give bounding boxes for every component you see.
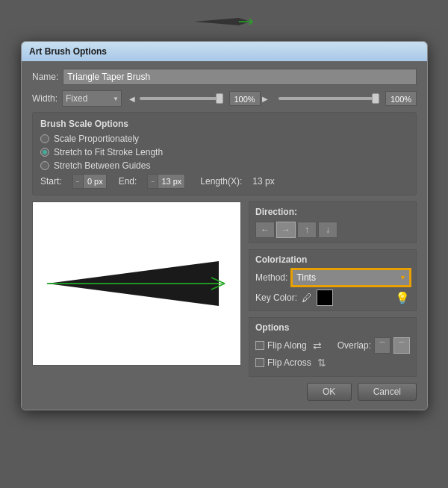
btn-row: OK Cancel	[32, 383, 417, 401]
flip-along-icon: ⇄	[313, 340, 322, 351]
slider-fill-left	[140, 97, 223, 100]
flip-along-checkbox[interactable]	[255, 341, 264, 350]
method-select-wrapper: Tints	[292, 269, 410, 286]
end-spinbox: − 13 px	[147, 174, 185, 189]
overlap-btn-1[interactable]: ⌒	[374, 337, 391, 354]
flip-across-checkbox[interactable]	[255, 358, 264, 367]
options-label: Options	[255, 322, 410, 333]
eyedropper-icon[interactable]: 🖊	[302, 292, 312, 304]
overlap-group: Overlap: ⌒ ⌒	[337, 337, 410, 354]
start-label: Start:	[40, 176, 62, 187]
dialog: Art Brush Options Name: Width: Fixed ◀	[21, 41, 428, 410]
width-row: Width: Fixed ◀ 100% ▶	[32, 90, 417, 107]
dialog-title: Art Brush Options	[29, 46, 107, 57]
brush-preview-svg	[40, 224, 234, 343]
length-value: 13 px	[252, 176, 274, 187]
length-label: Length(X):	[200, 176, 242, 187]
start-value: 0 px	[84, 177, 106, 186]
brush-top-preview	[194, 15, 254, 28]
dialog-body: Name: Width: Fixed ◀ 10	[22, 61, 427, 410]
right-panel: Direction: ← → ↑ ↓ Colorization Method:	[249, 201, 417, 377]
colorization-section: Colorization Method: Tints Key Color:	[249, 249, 417, 311]
info-icon[interactable]: 💡	[395, 291, 410, 305]
width-select-wrapper: Fixed	[62, 90, 122, 107]
radio-scale-proportionately[interactable]	[40, 134, 49, 143]
options-section: Options Flip Along ⇄ Overlap: ⌒ ⌒	[249, 317, 417, 377]
radio-row-1: Scale Proportionately	[40, 134, 408, 144]
dir-btn-down[interactable]: ↓	[318, 222, 337, 238]
radio-stretch-fit[interactable]	[40, 148, 49, 157]
preview-box	[32, 201, 241, 366]
name-input[interactable]	[63, 69, 417, 85]
brush-scale-title: Brush Scale Options	[40, 119, 408, 129]
end-label: End:	[119, 176, 137, 187]
slider-left-arrow[interactable]: ◀	[128, 95, 137, 103]
radio-stretch-guides[interactable]	[40, 161, 49, 170]
radio-label-3: Stretch Between Guides	[54, 160, 150, 171]
options-row-2: Flip Across ⇅	[255, 357, 410, 369]
method-label: Method:	[255, 272, 287, 283]
keycolor-row: Key Color: 🖊 💡	[255, 290, 410, 306]
cancel-button[interactable]: Cancel	[358, 383, 417, 401]
end-value: 13 px	[158, 177, 184, 186]
flip-across-group: Flip Across ⇅	[255, 357, 326, 369]
slider-fill-right	[279, 97, 380, 100]
main-area: Direction: ← → ↑ ↓ Colorization Method:	[32, 201, 417, 377]
width-label: Width:	[32, 93, 57, 104]
radio-label-1: Scale Proportionately	[54, 134, 139, 144]
overlap-btn-2[interactable]: ⌒	[393, 337, 410, 354]
name-label: Name:	[32, 72, 58, 82]
width-slider-right: 100%	[276, 91, 417, 106]
direction-buttons: ← → ↑ ↓	[255, 222, 410, 238]
start-end-row: Start: − 0 px End: − 13 px Length(X): 13…	[40, 174, 408, 189]
flip-across-label: Flip Across	[267, 357, 311, 368]
radio-label-2: Stretch to Fit Stroke Length	[54, 147, 163, 157]
start-spinbox: − 0 px	[72, 174, 107, 189]
start-decrement[interactable]: −	[73, 175, 84, 188]
width-select[interactable]: Fixed	[62, 90, 122, 107]
dialog-titlebar: Art Brush Options	[22, 42, 427, 61]
slider-thumb-left[interactable]	[216, 93, 223, 104]
method-row: Method: Tints	[255, 269, 410, 286]
dir-btn-up[interactable]: ↑	[297, 222, 317, 238]
slider-track-right	[279, 97, 380, 100]
slider-right-arrow[interactable]: ▶	[261, 95, 270, 103]
width-pct-right: 100%	[385, 91, 417, 106]
name-row: Name:	[32, 69, 417, 85]
dir-btn-left[interactable]: ←	[255, 222, 275, 238]
slider-track-left	[140, 97, 223, 100]
radio-row-2: Stretch to Fit Stroke Length	[40, 147, 408, 157]
dir-btn-right[interactable]: →	[276, 222, 296, 238]
method-select[interactable]: Tints	[292, 269, 410, 286]
width-pct-left: 100%	[229, 91, 261, 106]
brush-scale-section: Brush Scale Options Scale Proportionatel…	[32, 112, 417, 195]
slider-thumb-right[interactable]	[372, 93, 379, 104]
colorization-label: Colorization	[255, 254, 410, 265]
flip-along-label: Flip Along	[267, 340, 307, 351]
flip-along-group: Flip Along ⇄	[255, 340, 322, 351]
end-decrement[interactable]: −	[148, 175, 158, 188]
width-slider-left: ◀ 100% ▶	[128, 91, 270, 106]
direction-label: Direction:	[255, 207, 410, 217]
color-swatch[interactable]	[317, 290, 333, 306]
canvas-area: Art Brush Options Name: Width: Fixed ◀	[0, 0, 448, 488]
overlap-label: Overlap:	[337, 340, 371, 351]
options-row-1: Flip Along ⇄ Overlap: ⌒ ⌒	[255, 337, 410, 354]
keycolor-label: Key Color:	[255, 293, 297, 303]
direction-section: Direction: ← → ↑ ↓	[249, 201, 417, 243]
radio-row-3: Stretch Between Guides	[40, 160, 408, 171]
ok-button[interactable]: OK	[307, 383, 352, 401]
flip-across-icon: ⇅	[317, 357, 326, 369]
